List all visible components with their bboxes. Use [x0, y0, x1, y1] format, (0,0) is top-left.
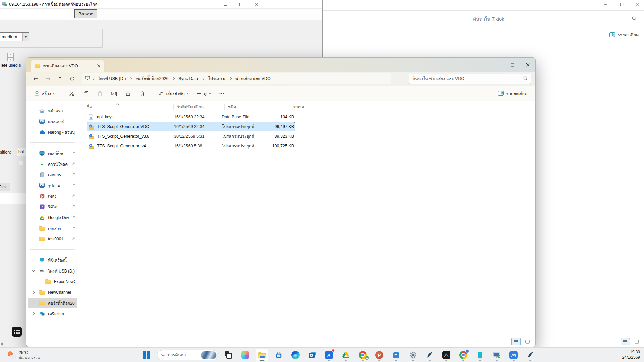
cut-button[interactable]	[65, 88, 78, 99]
forward-button[interactable]	[43, 74, 53, 84]
column-header-size[interactable]: ขนาด	[272, 104, 304, 110]
sidebar-item-pictures[interactable]: รูปภาพ	[28, 180, 77, 191]
copilot-button[interactable]	[239, 349, 252, 361]
details-view-toggle[interactable]	[621, 338, 630, 345]
app-blue-button[interactable]	[390, 349, 402, 361]
quantity-stepper[interactable]	[7, 53, 14, 61]
sqlite-2-button[interactable]	[524, 349, 537, 361]
remote-app-grid-icon[interactable]	[12, 327, 22, 337]
details-view-toggle[interactable]	[511, 338, 521, 345]
google-drive-button[interactable]	[339, 349, 352, 361]
explorer-search-input[interactable]: ค้นหาใน พากเสียง และ VDO	[409, 74, 531, 84]
sort-button[interactable]: เรียงลำดับ	[156, 88, 192, 99]
sidebar-item-exportnewchanel[interactable]: ExportNewChanel	[28, 276, 77, 287]
breadcrumb-item[interactable]: ไดรฟ์ USB (D:)	[96, 74, 128, 83]
chrome-profile-button[interactable]: SJ	[356, 349, 369, 361]
chevron-right-icon[interactable]	[32, 291, 35, 294]
sqlite-button[interactable]	[423, 349, 436, 361]
table-row[interactable]: TTS_Script_Generator_v3.8 30/12/2568 5:3…	[87, 132, 295, 141]
sidebar-item-google-drive[interactable]: Google Drive (G:	[28, 212, 77, 223]
breadcrumb-item[interactable]: คอร์สติ๊กต็อก2026	[134, 74, 170, 83]
remote-list-box[interactable]	[0, 193, 26, 204]
column-header-type[interactable]: ชนิด	[228, 104, 269, 110]
maximize-button[interactable]	[504, 58, 520, 72]
search-icon[interactable]	[523, 76, 528, 82]
chevron-right-icon[interactable]	[32, 259, 35, 261]
notepad-button[interactable]	[474, 349, 486, 361]
bg-details-toggle[interactable]: รายละเอียด	[609, 32, 639, 38]
settings-button[interactable]	[407, 349, 419, 361]
sidebar-item-videos[interactable]: วิดีโอ	[28, 201, 77, 212]
bg-minimize-button[interactable]	[602, 1, 609, 7]
back-button[interactable]	[31, 74, 41, 84]
taskbar-search-input[interactable]: การค้นหา	[157, 350, 218, 360]
outlook-button[interactable]	[306, 349, 319, 361]
up-button[interactable]	[55, 74, 65, 84]
minimize-button[interactable]	[489, 58, 504, 72]
remote-checkbox[interactable]	[19, 161, 23, 165]
breadcrumb-item[interactable]: Sync Data	[176, 75, 200, 82]
task-view-button[interactable]	[222, 349, 235, 361]
pick-button[interactable]: Pick	[0, 183, 10, 191]
breadcrumb-item[interactable]: พากเสียง และ VDO	[233, 74, 273, 83]
rename-button[interactable]: A	[108, 88, 120, 99]
search-highlight-thumbnail[interactable]	[201, 351, 217, 359]
share-button[interactable]	[122, 88, 135, 99]
table-row[interactable]: TTS_Script_Generator_v4 16/1/2569 5:38 โ…	[87, 141, 295, 151]
new-button[interactable]: สร้าง	[31, 88, 58, 99]
sidebar-item-newchannel[interactable]: NewChannel	[28, 287, 77, 298]
chrome-alt-button[interactable]	[457, 349, 470, 361]
table-row[interactable]: api_keys 16/1/2569 22:34 Data Base File …	[87, 112, 295, 122]
sidebar-item-desktop[interactable]: เดสก์ท็อป	[28, 148, 77, 159]
remote-desktop-button[interactable]	[490, 349, 503, 361]
chevron-right-icon[interactable]	[32, 131, 35, 133]
details-pane-toggle[interactable]: รายละเอียด	[495, 88, 531, 99]
table-row-selected[interactable]: TTS_Script_Generator VDO 16/1/2569 22:34…	[87, 122, 295, 131]
paste-button[interactable]	[94, 88, 106, 99]
bg-restore-button[interactable]	[618, 1, 625, 7]
delete-button[interactable]	[136, 88, 149, 99]
start-button[interactable]	[140, 349, 153, 361]
breadcrumb[interactable]: ไดรฟ์ USB (D:) คอร์สติ๊กต็อก2026 Sync Da…	[82, 73, 391, 84]
sidebar-item-tiktok-course-2026[interactable]: คอร์สติ๊กต็อก2026	[28, 298, 77, 308]
close-button[interactable]	[520, 58, 535, 72]
sidebar-item-onedrive[interactable]: Narong - ส่วนบุคคล	[28, 127, 77, 137]
sidebar-item-network[interactable]: เครือข่าย	[28, 308, 77, 319]
scroll-left-arrow-icon[interactable]	[1, 342, 3, 346]
app-a-button[interactable]: A	[323, 349, 335, 361]
sidebar-item-home[interactable]: หน้าแรก	[28, 105, 77, 116]
breadcrumb-item[interactable]: โปรแกรม	[206, 74, 227, 83]
remote-path-input[interactable]	[0, 10, 67, 18]
refresh-button[interactable]	[67, 74, 77, 84]
sidebar-item-music[interactable]: เพลง	[28, 191, 77, 201]
chevron-right-icon[interactable]	[32, 312, 35, 315]
taskbar-clock[interactable]: 19:30 24/1/2569	[622, 348, 640, 362]
browse-button[interactable]: Browse	[74, 9, 97, 18]
bg-search-input[interactable]: ค้นหาใน Tiktok	[469, 13, 641, 25]
sidebar-item-gallery[interactable]: แกลเลอรี	[28, 116, 77, 127]
file-explorer-taskbar-button[interactable]	[256, 349, 268, 361]
large-icons-view-toggle[interactable]	[523, 338, 532, 345]
column-header-date-modified[interactable]: วันที่ปรับเปลี่ยน	[177, 104, 225, 110]
remote-close-button[interactable]	[253, 1, 260, 7]
sidebar-item-test0001[interactable]: test0001	[28, 234, 77, 244]
widgets-button[interactable]: 25°C มีเมฆบางส่วน	[5, 348, 42, 362]
copy-button[interactable]	[79, 88, 92, 99]
large-icons-view-toggle[interactable]	[632, 338, 641, 345]
remote-minimize-button[interactable]	[222, 1, 229, 7]
sidebar-item-documents-folder[interactable]: เอกสาร	[28, 223, 77, 234]
explorer-tab[interactable]: พากเสียง และ VDO	[31, 60, 104, 72]
app-m-button[interactable]	[507, 349, 520, 361]
position-input[interactable]: bot	[17, 148, 26, 156]
more-options-button[interactable]	[215, 88, 228, 99]
sidebar-item-this-pc[interactable]: พีซีเครื่องนี้	[28, 255, 77, 265]
sidebar-item-documents[interactable]: เอกสาร	[28, 169, 77, 180]
chevron-down-icon[interactable]	[32, 269, 35, 272]
search-icon[interactable]	[632, 16, 637, 22]
edge-button[interactable]	[289, 349, 302, 361]
background-window-titlebar[interactable]	[323, 0, 644, 10]
view-button[interactable]: ดู	[194, 88, 214, 99]
app-dark-button[interactable]	[440, 349, 453, 361]
sidebar-item-usb-drive[interactable]: ไดรฟ์ USB (D:)	[28, 265, 77, 276]
chevron-down-icon[interactable]	[22, 33, 29, 41]
